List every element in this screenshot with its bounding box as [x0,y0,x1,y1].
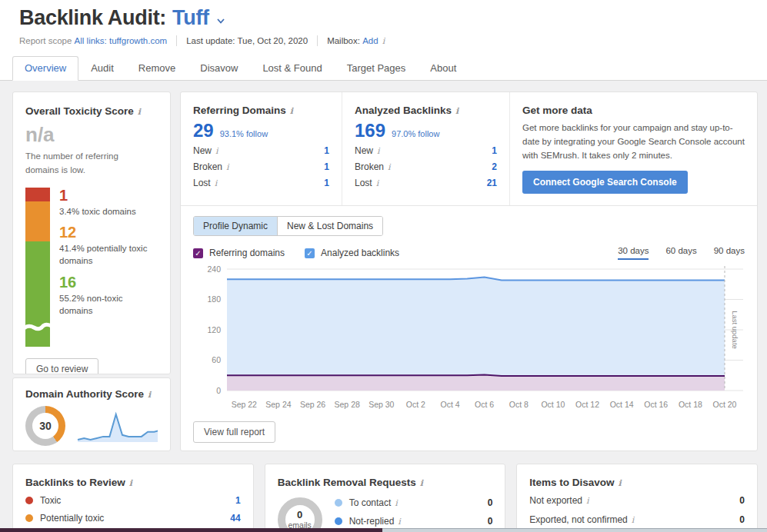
svg-text:Sep 22: Sep 22 [232,400,257,409]
analyzed-backlinks-follow-pct: 97.0% follow [392,129,439,138]
profile-dynamic-area-chart[interactable]: 060120180240Sep 22Sep 24Sep 26Sep 28Sep … [193,260,749,414]
svg-text:Oct 12: Oct 12 [575,400,599,409]
stat-row-lost: Lost 21 [355,178,497,188]
checkbox-referring-domains[interactable]: Referring domains [193,248,285,258]
info-icon[interactable] [226,162,229,172]
info-icon[interactable] [398,517,401,527]
mailbox-add-link[interactable]: Add [362,36,378,45]
stat-value: 1 [324,161,329,172]
svg-text:Oct 6: Oct 6 [475,400,494,409]
period-30-days[interactable]: 30 days [618,246,649,260]
items-to-disavow-title: Items to Disavow [529,477,745,488]
info-icon[interactable] [138,107,141,117]
period-60-days[interactable]: 60 days [665,246,696,260]
svg-text:120: 120 [207,325,221,334]
info-icon[interactable] [215,146,218,156]
items-to-disavow-card: Items to Disavow Not exported 0 Exported… [516,464,758,532]
report-scope-link[interactable]: All links: tuffgrowth.com [75,36,168,45]
info-icon[interactable] [455,106,459,116]
removal-row-not-replied: Not-replied 0 [335,516,493,527]
legend-label: Analyzed backlinks [321,248,399,258]
info-icon[interactable] [215,178,218,188]
referring-domains-follow-pct: 93.1% follow [220,129,268,138]
backlinks-to-review-title: Backlinks to Review [25,477,241,488]
disavow-row-exported-not-confirmed: Exported, not confirmed 0 [529,514,745,525]
emails-count: 0 [297,510,302,520]
review-value: 44 [230,513,240,524]
non-toxic-domains-stat: 16 55.2% non-toxic domains [59,274,158,317]
get-more-data-title: Get more data [522,105,745,116]
svg-text:0: 0 [216,386,221,395]
svg-text:240: 240 [207,264,221,274]
info-icon[interactable] [395,498,398,508]
info-icon[interactable] [632,515,635,525]
referring-domains-panel: Referring Domains 29 93.1% follow New 1 … [181,92,342,205]
page-title-text: Backlink Audit: [19,6,166,30]
toggle-profile-dynamic[interactable]: Profile Dynamic [194,217,277,235]
stat-value: 1 [324,145,329,156]
review-value: 1 [235,495,241,506]
referring-domains-title: Referring Domains [193,105,329,116]
stat-row-broken: Broken 2 [355,161,497,172]
period-90-days[interactable]: 90 days [714,246,745,260]
checkbox-analyzed-backlinks[interactable]: Analyzed backlinks [305,248,399,258]
meta-divider [317,35,318,46]
disavow-row-not-exported: Not exported 0 [529,495,745,506]
view-full-report-button[interactable]: View full report [193,421,275,443]
potentially-toxic-dot-icon [25,514,33,522]
go-to-review-button[interactable]: Go to review [25,358,98,374]
removal-value: 0 [488,516,493,527]
svg-text:Sep 30: Sep 30 [368,400,394,409]
get-more-data-text: Get more backlinks for your campaign and… [522,121,745,162]
connect-gsc-button[interactable]: Connect Google Search Console [522,171,688,194]
chevron-down-icon[interactable] [215,15,226,26]
info-icon[interactable] [382,36,385,46]
info-icon[interactable] [148,390,151,400]
info-icon[interactable] [377,146,380,156]
tab-audit[interactable]: Audit [78,56,126,81]
stat-value: 1 [324,178,329,188]
meta-divider [176,35,177,46]
authority-score-donut: 30 [25,406,65,446]
info-icon[interactable] [420,478,423,488]
stat-value: 21 [487,178,497,188]
check-icon [193,248,203,258]
chart-mode-toggle: Profile Dynamic New & Lost Domains [193,216,383,236]
project-selector[interactable]: Tuff [172,6,209,30]
info-icon[interactable] [586,496,589,506]
removal-row-to-contact: To contact 0 [335,497,493,508]
main-content: Overall Toxicity Score n/a The number of… [0,81,767,532]
period-selector: 30 days 60 days 90 days [618,246,745,260]
info-icon[interactable] [388,162,391,172]
info-icon[interactable] [129,478,132,488]
tab-remove[interactable]: Remove [126,56,188,81]
tab-overview[interactable]: Overview [12,56,78,81]
emails-donut: 0 emails [278,497,322,532]
check-icon [305,248,315,258]
disavow-value: 0 [739,495,745,506]
toggle-new-lost-domains[interactable]: New & Lost Domains [277,217,382,235]
toxic-dot-icon [25,497,33,504]
toxic-label: 3.4% toxic domains [59,205,158,218]
tab-about[interactable]: About [418,56,469,81]
tab-disavow[interactable]: Disavow [188,56,250,81]
stat-value: 1 [492,145,497,156]
background-window-strip [382,528,767,532]
svg-text:Oct 14: Oct 14 [610,400,634,409]
page-title: Backlink Audit: Tuff [19,6,749,30]
info-icon[interactable] [290,106,293,116]
toxic-bar-segment [25,188,50,201]
not-replied-dot-icon [335,517,342,525]
svg-text:60: 60 [212,355,221,364]
svg-text:Sep 26: Sep 26 [300,400,325,409]
get-more-data-panel: Get more data Get more backlinks for you… [510,92,757,205]
info-icon[interactable] [619,478,622,488]
review-row-potentially-toxic: Potentially toxic 44 [25,513,241,524]
analyzed-backlinks-total: 169 [355,121,385,140]
stat-row-broken: Broken 1 [193,161,329,172]
report-scope-label: Report scope [19,36,72,45]
page-header: Backlink Audit: Tuff Report scope All li… [0,0,767,46]
tab-lost-found[interactable]: Lost & Found [250,56,334,81]
tab-target-pages[interactable]: Target Pages [335,56,419,81]
info-icon[interactable] [376,178,379,188]
